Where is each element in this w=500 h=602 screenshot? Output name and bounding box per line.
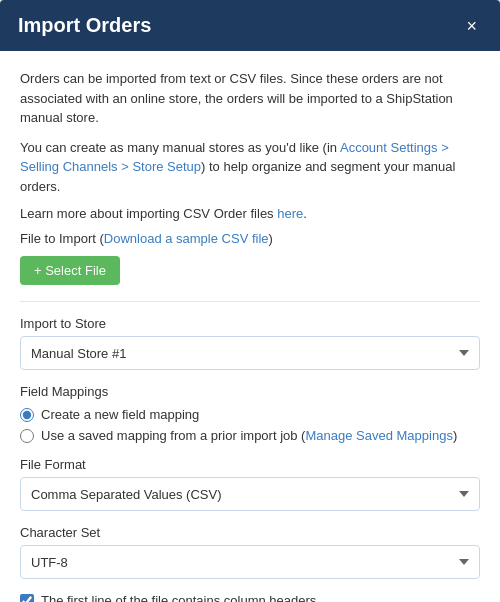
radio-new-mapping-label: Create a new field mapping (41, 407, 199, 422)
import-to-store-select[interactable]: Manual Store #1 Manual Store #2 (20, 336, 480, 370)
saved-mapping-prefix: Use a saved mapping from a prior import … (41, 428, 305, 443)
description2-prefix: You can create as many manual stores as … (20, 140, 340, 155)
description-2: You can create as many manual stores as … (20, 138, 480, 197)
column-headers-label: The first line of the file contains colu… (41, 593, 316, 602)
file-format-group: File Format Comma Separated Values (CSV)… (20, 457, 480, 511)
download-sample-link[interactable]: Download a sample CSV file (104, 231, 269, 246)
file-label-prefix: File to Import ( (20, 231, 104, 246)
import-to-store-label: Import to Store (20, 316, 480, 331)
store-setup-link[interactable]: Store Setup (129, 159, 201, 174)
description-1: Orders can be imported from text or CSV … (20, 69, 480, 128)
learn-more-suffix: . (303, 206, 307, 221)
divider-1 (20, 301, 480, 302)
radio-saved-mapping[interactable]: Use a saved mapping from a prior import … (20, 428, 480, 443)
close-button[interactable]: × (461, 15, 482, 37)
radio-new-mapping-input[interactable] (20, 408, 34, 422)
manage-saved-mappings-link[interactable]: Manage Saved Mappings (305, 428, 452, 443)
field-mappings-label: Field Mappings (20, 384, 480, 399)
import-to-store-group: Import to Store Manual Store #1 Manual S… (20, 316, 480, 370)
select-file-button[interactable]: + Select File (20, 256, 120, 285)
import-orders-modal: Import Orders × Orders can be imported f… (0, 0, 500, 602)
file-label-suffix: ) (269, 231, 273, 246)
radio-saved-mapping-input[interactable] (20, 429, 34, 443)
radio-saved-mapping-label: Use a saved mapping from a prior import … (41, 428, 457, 443)
file-format-label: File Format (20, 457, 480, 472)
character-set-label: Character Set (20, 525, 480, 540)
character-set-select[interactable]: UTF-8 ISO-8859-1 UTF-16 (20, 545, 480, 579)
column-headers-checkbox[interactable] (20, 594, 34, 603)
learn-more-text: Learn more about importing CSV Order fil… (20, 206, 480, 221)
file-format-select[interactable]: Comma Separated Values (CSV) Tab Separat… (20, 477, 480, 511)
radio-new-mapping[interactable]: Create a new field mapping (20, 407, 480, 422)
column-headers-row[interactable]: The first line of the file contains colu… (20, 593, 480, 602)
modal-title: Import Orders (18, 14, 151, 37)
field-mappings-group: Field Mappings Create a new field mappin… (20, 384, 480, 443)
character-set-group: Character Set UTF-8 ISO-8859-1 UTF-16 (20, 525, 480, 579)
saved-mapping-suffix: ) (453, 428, 457, 443)
modal-header: Import Orders × (0, 0, 500, 51)
learn-more-link[interactable]: here (277, 206, 303, 221)
modal-body: Orders can be imported from text or CSV … (0, 51, 500, 602)
file-to-import-text: File to Import (Download a sample CSV fi… (20, 231, 480, 246)
learn-more-prefix: Learn more about importing CSV Order fil… (20, 206, 277, 221)
